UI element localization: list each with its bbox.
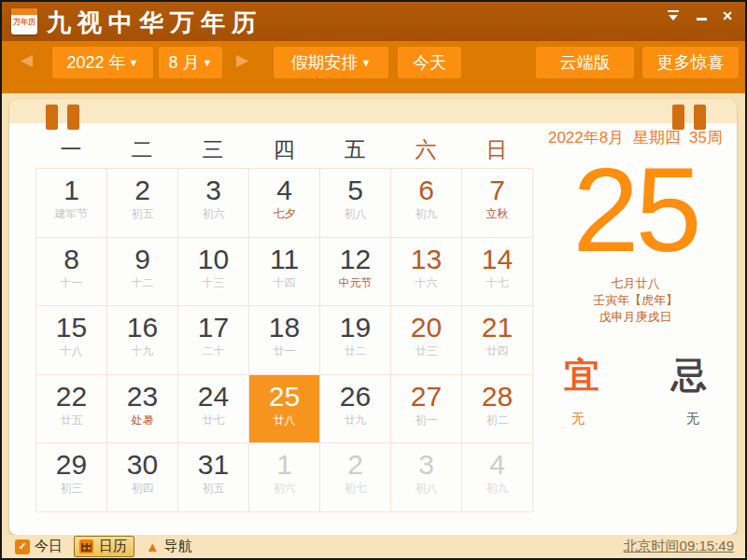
prev-month-button[interactable]: ◀ — [21, 50, 33, 70]
ji-label: 忌 — [671, 352, 707, 399]
calendar-day-cell[interactable]: 9十二 — [107, 238, 178, 307]
day-lunar: 廿五 — [36, 413, 106, 428]
navigate-arrow-icon: ▲ — [146, 539, 160, 554]
calendar-day-cell[interactable]: 15十八 — [36, 306, 107, 375]
day-number: 8 — [36, 245, 106, 274]
beijing-time-clock[interactable]: 北京时间09:15:49 — [624, 538, 734, 555]
close-button[interactable]: ✕ — [717, 7, 738, 24]
calendar-day-cell[interactable]: 25廿八 — [249, 375, 320, 444]
yi-value: 无 — [571, 411, 585, 427]
ganzhi-year: 壬寅年【虎年】 — [534, 292, 737, 309]
year-select-button[interactable]: 2022 年 ▼ — [52, 47, 153, 78]
day-number: 13 — [391, 245, 461, 274]
calendar-day-cell[interactable]: 31初五 — [178, 443, 249, 512]
next-month-button[interactable]: ▶ — [236, 50, 248, 70]
calendar-day-cell[interactable]: 22廿五 — [36, 375, 107, 444]
statusbar-today-item[interactable]: ✓ 今日 — [15, 538, 63, 555]
day-lunar: 廿四 — [462, 343, 532, 359]
day-lunar: 十六 — [391, 275, 461, 291]
calendar-day-cell[interactable]: 12中元节 — [320, 238, 391, 307]
calendar-day-cell[interactable]: 2初七 — [320, 443, 391, 512]
day-lunar: 廿二 — [320, 343, 390, 359]
calendar-day-cell[interactable]: 29初三 — [36, 443, 107, 512]
binder-ring — [67, 105, 79, 130]
day-number: 31 — [178, 450, 248, 480]
calendar-day-cell[interactable]: 5初八 — [320, 169, 391, 238]
day-lunar: 初一 — [391, 413, 461, 428]
calendar-day-cell[interactable]: 24廿七 — [178, 375, 249, 444]
day-lunar: 十四 — [249, 275, 319, 291]
caret-down-icon: ▼ — [129, 57, 139, 68]
ganzhi-day: 戊申月庚戌日 — [534, 309, 737, 326]
calendar-day-cell[interactable]: 7立秋 — [462, 169, 533, 238]
day-lunar: 初六 — [249, 481, 319, 497]
day-lunar: 廿七 — [178, 413, 248, 428]
day-number: 3 — [391, 450, 461, 480]
calendar-day-cell[interactable]: 30初四 — [107, 443, 178, 512]
statusbar-calendar-label: 日历 — [99, 538, 127, 555]
statusbar-calendar-item[interactable]: 日历 — [74, 536, 134, 557]
day-lunar: 十八 — [36, 343, 106, 359]
calendar-day-cell[interactable]: 23处暑 — [107, 375, 178, 444]
calendar-day-cell[interactable]: 27初一 — [391, 375, 462, 444]
calendar-grid: 1建军节2初五3初六4七夕5初八6初九7立秋8十一9十二10十三11十四12中元… — [35, 168, 533, 512]
minimize-button[interactable] — [691, 7, 712, 24]
holiday-schedule-button[interactable]: 假期安排 ▼ — [274, 47, 388, 78]
binder-ring — [672, 105, 684, 130]
calendar-day-cell[interactable]: 6初九 — [391, 169, 462, 238]
year-label: 2022 年 — [67, 51, 126, 74]
calendar-day-cell[interactable]: 1建军节 — [36, 169, 107, 238]
month-select-button[interactable]: 8 月 ▼ — [159, 47, 222, 78]
calendar-day-cell[interactable]: 19廿二 — [320, 306, 391, 375]
calendar-day-cell[interactable]: 10十三 — [178, 238, 249, 307]
calendar-day-cell[interactable]: 8十一 — [36, 238, 107, 307]
day-number: 1 — [249, 450, 319, 480]
day-lunar: 十三 — [178, 275, 248, 291]
calendar-day-cell[interactable]: 2初五 — [107, 169, 178, 238]
weekday-label: 四 — [248, 133, 319, 166]
day-number: 12 — [320, 245, 390, 274]
lunar-date: 七月廿八 — [534, 275, 737, 292]
day-lunar: 廿三 — [391, 343, 461, 359]
cloud-version-button[interactable]: 云端版 — [536, 47, 634, 78]
day-lunar: 十一 — [36, 275, 106, 291]
more-surprises-button[interactable]: 更多惊喜 — [642, 47, 739, 78]
day-number: 26 — [320, 382, 390, 412]
statusbar-navigate-item[interactable]: ▲ 导航 — [146, 538, 192, 555]
calendar-day-cell[interactable]: 18廿一 — [249, 306, 320, 375]
skin-menu-button[interactable] — [663, 7, 684, 24]
calendar-day-cell[interactable]: 4初九 — [462, 443, 533, 512]
day-lunar: 十二 — [107, 275, 177, 291]
day-lunar: 廿八 — [249, 413, 319, 428]
day-number: 9 — [107, 245, 177, 274]
day-lunar: 初三 — [36, 481, 106, 497]
calendar-card: 一二三四五六日 1建军节2初五3初六4七夕5初八6初九7立秋8十一9十二10十三… — [9, 99, 737, 536]
calendar-day-cell[interactable]: 4七夕 — [249, 169, 320, 238]
calendar-day-cell[interactable]: 16十九 — [107, 306, 178, 375]
calendar-day-cell[interactable]: 20廿三 — [391, 306, 462, 375]
day-number: 21 — [462, 313, 532, 343]
calendar-day-cell[interactable]: 14十七 — [462, 238, 533, 307]
day-lunar: 初五 — [178, 481, 248, 497]
calendar-day-cell[interactable]: 21廿四 — [462, 306, 533, 375]
calendar-day-cell[interactable]: 26廿九 — [320, 375, 391, 444]
day-lunar: 初四 — [107, 481, 177, 497]
calendar-day-cell[interactable]: 11十四 — [249, 238, 320, 307]
day-lunar: 廿九 — [320, 413, 390, 428]
day-lunar: 立秋 — [462, 206, 532, 222]
calendar-day-cell[interactable]: 3初八 — [391, 443, 462, 512]
statusbar-navigate-label: 导航 — [164, 538, 192, 555]
day-number: 10 — [178, 245, 248, 274]
calendar-day-cell[interactable]: 17二十 — [178, 306, 249, 375]
calendar-day-cell[interactable]: 28初二 — [462, 375, 533, 444]
day-number: 1 — [36, 175, 106, 205]
app-logo-icon: 万年历 — [11, 8, 37, 35]
calendar-day-cell[interactable]: 13十六 — [391, 238, 462, 307]
weekday-label: 三 — [177, 133, 248, 166]
day-number: 19 — [320, 313, 390, 343]
caret-down-icon: ▼ — [361, 57, 372, 68]
calendar-day-cell[interactable]: 1初六 — [249, 443, 320, 512]
yi-ji-values: 无 无 — [534, 411, 737, 427]
today-button[interactable]: 今天 — [398, 47, 461, 78]
calendar-day-cell[interactable]: 3初六 — [178, 169, 249, 238]
